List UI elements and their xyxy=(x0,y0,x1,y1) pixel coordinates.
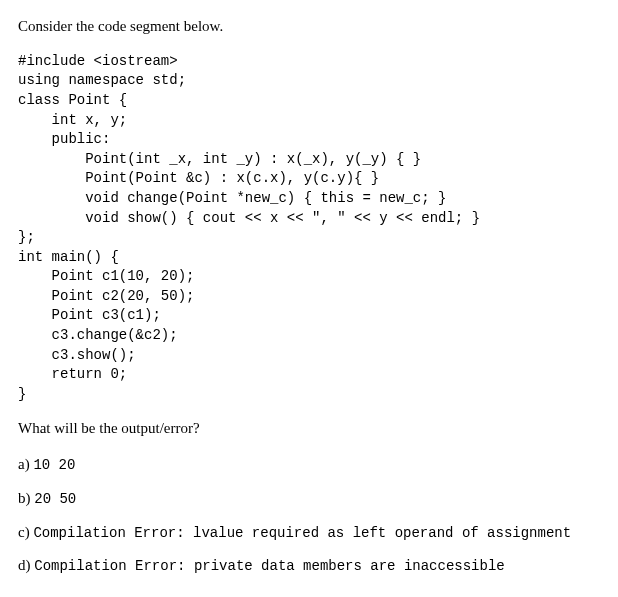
question-text: What will be the output/error? xyxy=(18,418,600,440)
option-d: d) Compilation Error: private data membe… xyxy=(18,555,600,577)
option-d-text: Compilation Error: private data members … xyxy=(34,558,504,574)
option-b-text: 20 50 xyxy=(34,491,76,507)
option-a-label: a) xyxy=(18,456,30,472)
option-a-text: 10 20 xyxy=(33,457,75,473)
option-b: b) 20 50 xyxy=(18,488,600,510)
option-d-label: d) xyxy=(18,557,31,573)
intro-text: Consider the code segment below. xyxy=(18,16,600,38)
option-a: a) 10 20 xyxy=(18,454,600,476)
code-segment: #include <iostream> using namespace std;… xyxy=(18,52,600,405)
options-container: a) 10 20 b) 20 50 c) Compilation Error: … xyxy=(18,454,600,577)
option-c-label: c) xyxy=(18,524,30,540)
option-b-label: b) xyxy=(18,490,31,506)
option-c: c) Compilation Error: lvalue required as… xyxy=(18,522,600,544)
option-c-text: Compilation Error: lvalue required as le… xyxy=(33,525,571,541)
